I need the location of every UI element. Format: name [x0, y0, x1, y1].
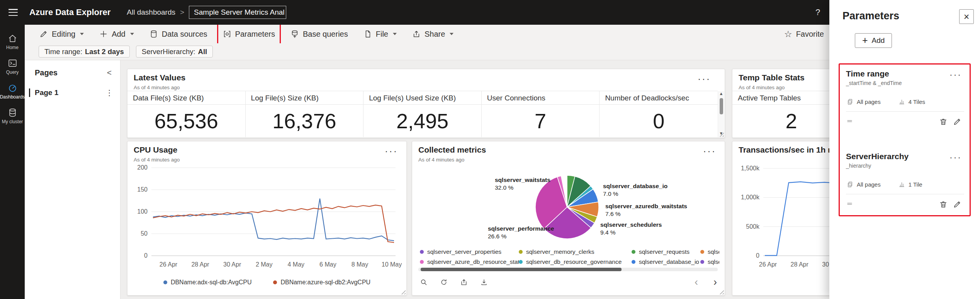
pages-header: Pages <: [25, 60, 120, 82]
svg-text:26 Apr: 26 Apr: [160, 261, 178, 268]
scrollbar-thumb[interactable]: [421, 268, 622, 271]
horizontal-scrollbar[interactable]: [418, 268, 718, 271]
edit-parameter-icon[interactable]: [950, 197, 964, 211]
share-menu-button[interactable]: Share: [409, 26, 457, 42]
file-menu-button[interactable]: File: [360, 26, 400, 42]
file-icon: [363, 30, 372, 38]
legend-dot: [632, 260, 635, 264]
dashboard-name-input[interactable]: Sample Server Metrics Anal: [189, 6, 286, 19]
scroll-up-icon[interactable]: ▲: [719, 91, 724, 96]
legend-item[interactable]: DBName:adx-sql-db:AvgCPU: [163, 279, 252, 286]
delete-parameter-icon[interactable]: [936, 197, 950, 211]
svg-text:28 Apr: 28 Apr: [191, 261, 209, 268]
resize-grip[interactable]: [400, 289, 406, 294]
legend-dot: [420, 260, 424, 264]
parameter-card-time-range: Time range _startTime & _endTime ··· All…: [846, 69, 964, 129]
chevron-down-icon: [450, 33, 453, 35]
parameters-button[interactable]: Parameters: [220, 26, 278, 42]
add-menu-button[interactable]: Add: [96, 26, 137, 42]
pencil-icon: [39, 30, 48, 38]
sidebar-item-query[interactable]: Query: [0, 54, 25, 79]
legend-item[interactable]: sqlserver_db_resource_governance: [519, 257, 632, 266]
collapse-pages-icon[interactable]: <: [105, 68, 114, 77]
legend-item[interactable]: sqlserver_database_io: [632, 257, 700, 266]
editing-menu-button[interactable]: Editing: [36, 26, 87, 42]
pager-prev-icon[interactable]: ‹: [692, 277, 700, 288]
app-root: Azure Data Explorer All dashboards > Sam…: [0, 0, 980, 299]
parameter-name: ServerHierarchy: [846, 152, 964, 161]
legend-dot: [519, 250, 523, 254]
more-icon[interactable]: ···: [382, 146, 400, 156]
scope-meta: All pages: [847, 99, 881, 105]
page-kebab-icon[interactable]: ⋮: [103, 88, 115, 98]
svg-text:1,500k: 1,500k: [741, 165, 760, 172]
pager-next-icon[interactable]: ›: [711, 277, 719, 288]
stat-value: 16,376: [246, 105, 363, 137]
favorite-button[interactable]: ☆ Favorite: [781, 26, 827, 42]
parameter-meta: All pages 1 Tile: [846, 181, 964, 188]
parameter-meta: All pages 4 Tiles: [846, 99, 964, 105]
hamburger-menu-icon[interactable]: [8, 8, 19, 17]
close-icon[interactable]: ×: [959, 9, 974, 24]
tile-title: Collected metrics: [418, 145, 486, 155]
sidebar-item-dashboards[interactable]: Dashboards: [0, 79, 25, 104]
legend-item[interactable]: sqlserver_server_properties: [420, 247, 519, 256]
parameters-icon: [223, 30, 231, 38]
legend-item[interactable]: sqlserver_memory_clerks: [519, 247, 632, 256]
help-icon[interactable]: ?: [813, 0, 822, 25]
download-icon[interactable]: [478, 276, 490, 288]
cpu-line-chart[interactable]: 05010015020026 Apr28 Apr30 Apr2 May4 May…: [131, 164, 402, 270]
more-icon[interactable]: ···: [701, 146, 718, 156]
card-more-icon[interactable]: ···: [947, 70, 964, 80]
legend-item[interactable]: sqlserv: [700, 247, 719, 256]
data-sources-button[interactable]: Data sources: [146, 26, 211, 42]
more-icon[interactable]: ···: [695, 74, 713, 84]
add-parameter-button[interactable]: + Add: [855, 33, 892, 48]
tile-subtitle: As of 4 minutes ago: [739, 85, 785, 90]
vertical-scrollbar[interactable]: ▲ ▼: [718, 91, 724, 137]
server-hierarchy-pill[interactable]: ServerHierarchy:All: [136, 46, 213, 58]
parameters-panel: Parameters × + Add Time range _startTime…: [829, 0, 980, 299]
parameter-variables: _startTime & _endTime: [846, 80, 964, 86]
tile-subtitle: As of 4 minutes ago: [134, 157, 180, 163]
chevron-down-icon: [80, 33, 84, 35]
cpu-chart-legend: DBName:adx-sql-db:AvgCPU DBName:azure-sq…: [127, 279, 406, 286]
svg-text:1,000k: 1,000k: [741, 194, 760, 200]
legend-dot: [700, 260, 704, 264]
scrollbar-thumb[interactable]: [720, 98, 723, 114]
chevron-down-icon: [393, 33, 397, 35]
legend-item[interactable]: DBName:azure-sql-db2:AvgCPU: [273, 279, 370, 286]
card-more-icon[interactable]: ···: [947, 153, 964, 162]
breadcrumb-all-dashboards[interactable]: All dashboards: [127, 8, 175, 17]
stat-header: Log File(s) Used Size (KB): [363, 91, 481, 105]
zoom-icon[interactable]: [418, 276, 430, 288]
stat-column: Number of Deadlocks/sec 0: [600, 91, 718, 137]
app-title: Azure Data Explorer: [29, 7, 110, 17]
collected-metrics-pie-chart[interactable]: sqlserver_waitstats32.0 % sqlserver_data…: [416, 167, 721, 246]
pages-panel: Pages < Page 1 ⋮: [25, 60, 121, 299]
page-item-page-1[interactable]: Page 1 ⋮: [25, 85, 120, 100]
delete-parameter-icon[interactable]: [936, 115, 950, 129]
refresh-icon[interactable]: [438, 276, 450, 288]
legend-dot: [519, 260, 523, 264]
legend-item[interactable]: sqlserver_requests: [632, 247, 700, 256]
pie-callout: sqlserver_azuredb_waitstats7.6 %: [605, 202, 687, 218]
tile-subtitle: As of 4 minutes ago: [134, 85, 180, 90]
stat-value: 0: [600, 105, 718, 137]
time-range-pill[interactable]: Time range:Last 2 days: [39, 46, 130, 58]
base-queries-button[interactable]: Base queries: [287, 26, 351, 42]
svg-text:10 May: 10 May: [382, 261, 402, 268]
legend-item[interactable]: sqlserver_azure_db_resource_stats: [420, 257, 519, 266]
legend-item[interactable]: sqlserv: [700, 257, 719, 266]
stat-column: User Connections 7: [482, 91, 600, 137]
dashboards-icon: [8, 83, 17, 93]
expand-icon[interactable]: [458, 276, 470, 288]
tile-cpu-usage: CPU Usage As of 4 minutes ago ··· 050100…: [127, 141, 407, 296]
sidebar-item-my-cluster[interactable]: My cluster: [0, 104, 25, 128]
edit-parameter-icon[interactable]: [950, 115, 964, 129]
svg-text:8 May: 8 May: [352, 261, 369, 268]
stat-header: User Connections: [482, 91, 600, 105]
drag-handle-icon[interactable]: [846, 117, 853, 126]
sidebar-item-home[interactable]: Home: [0, 29, 25, 54]
drag-handle-icon[interactable]: [846, 200, 853, 209]
